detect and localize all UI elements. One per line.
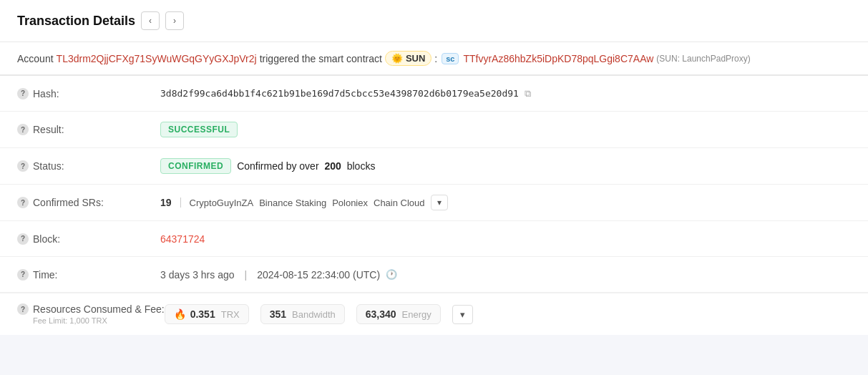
details-section: ? Hash: 3d8d2f99ca6d4bb1f4c621b91be169d7…: [0, 75, 868, 335]
hash-value-col: 3d8d2f99ca6d4bb1f4c621b91be169d7d5cbcc53…: [160, 88, 851, 99]
chevron-down-icon: ▾: [437, 198, 442, 208]
contract-name: (SUN: LaunchPadProxy): [656, 54, 750, 64]
page-title: Transaction Details: [17, 14, 135, 29]
hash-value: 3d8d2f99ca6d4bb1f4c621b91be169d7d5cbcc53…: [160, 88, 519, 99]
status-description: Confirmed by over 200 blocks: [237, 160, 375, 172]
bandwidth-item: 351 Bandwidth: [260, 304, 345, 324]
header-bar: Transaction Details ‹ ›: [0, 0, 868, 42]
hash-row: ? Hash: 3d8d2f99ca6d4bb1f4c621b91be169d7…: [0, 76, 868, 112]
sun-emoji: 🌞: [391, 53, 403, 64]
status-row: ? Status: CONFIRMED Confirmed by over 20…: [0, 148, 868, 185]
srs-label: Confirmed SRs:: [33, 197, 104, 208]
time-ago: 3 days 3 hrs ago: [160, 269, 235, 281]
block-label: Block:: [33, 233, 60, 245]
result-row: ? Result: SUCCESSFUL: [0, 112, 868, 148]
time-utc: 2024-08-15 22:34:00 (UTC): [257, 269, 380, 281]
block-help-icon[interactable]: ?: [17, 233, 29, 245]
block-number[interactable]: 64371724: [160, 233, 205, 245]
resources-chevron-icon: ▾: [460, 309, 465, 320]
srs-divider: [180, 198, 181, 208]
srs-value-col: 19 CryptoGuyInZA Binance Staking Polonie…: [160, 195, 851, 210]
calendar-icon[interactable]: 🕐: [386, 269, 397, 280]
srs-dropdown-button[interactable]: ▾: [431, 195, 448, 210]
colon-separator: :: [434, 53, 437, 64]
resources-label: Resources Consumed & Fee:: [33, 303, 165, 315]
status-label: Status:: [33, 160, 64, 172]
hash-label: Hash:: [33, 88, 59, 99]
srs-count: 19: [160, 197, 172, 208]
confirmed-srs-row: ? Confirmed SRs: 19 CryptoGuyInZA Binanc…: [0, 185, 868, 221]
sc-badge: sc: [442, 53, 459, 64]
status-blocks-count: 200: [324, 160, 341, 172]
block-value-col: 64371724: [160, 233, 851, 245]
sr-item-4: Chain Cloud: [374, 198, 425, 208]
block-row: ? Block: 64371724: [0, 221, 868, 257]
time-label-col: ? Time:: [17, 269, 160, 281]
result-label: Result:: [33, 124, 64, 135]
time-help-icon[interactable]: ?: [17, 269, 29, 281]
resources-row: ? Resources Consumed & Fee: Fee Limit: 1…: [0, 293, 868, 335]
result-label-col: ? Result:: [17, 124, 160, 135]
result-value-col: SUCCESSFUL: [160, 122, 851, 137]
fire-icon: 🔥: [174, 308, 186, 320]
time-value-col: 3 days 3 hrs ago | 2024-08-15 22:34:00 (…: [160, 269, 851, 281]
resources-help-icon[interactable]: ?: [17, 303, 29, 315]
result-help-icon[interactable]: ?: [17, 124, 29, 135]
status-label-col: ? Status:: [17, 160, 160, 172]
account-bar: Account TL3drm2QjjCFXg71SyWuWGqGYyGXJpVr…: [0, 42, 868, 75]
contract-address[interactable]: TTfvyrAz86hbZk5iDpKD78pqLGgi8C7AAw: [463, 53, 653, 64]
sun-badge: 🌞 SUN: [385, 51, 431, 66]
time-row: ? Time: 3 days 3 hrs ago | 2024-08-15 22…: [0, 257, 868, 293]
resources-dropdown-button[interactable]: ▾: [452, 305, 473, 324]
resources-label-col: ? Resources Consumed & Fee: Fee Limit: 1…: [17, 303, 165, 325]
sun-label: SUN: [406, 53, 425, 64]
trx-unit: TRX: [221, 309, 240, 320]
sr-item-3: Poloniex: [332, 198, 368, 208]
next-button[interactable]: ›: [165, 11, 184, 30]
status-badge: CONFIRMED: [160, 158, 231, 174]
srs-label-col: ? Confirmed SRs:: [17, 197, 160, 208]
bandwidth-amount: 351: [270, 308, 286, 320]
trigger-text: triggered the smart contract: [260, 53, 382, 64]
result-badge: SUCCESSFUL: [160, 122, 238, 137]
energy-item: 63,340 Energy: [356, 304, 441, 324]
energy-label: Energy: [402, 309, 431, 320]
time-label: Time:: [33, 269, 57, 281]
time-separator: |: [245, 269, 248, 281]
sr-item-2: Binance Staking: [259, 198, 326, 208]
status-value-col: CONFIRMED Confirmed by over 200 blocks: [160, 158, 851, 174]
copy-icon[interactable]: ⧉: [525, 88, 531, 99]
sr-item-1: CryptoGuyInZA: [190, 198, 254, 208]
hash-label-col: ? Hash:: [17, 88, 160, 99]
trx-fee-item: 🔥 0.351 TRX: [165, 304, 249, 324]
hash-help-icon[interactable]: ?: [17, 88, 29, 99]
bandwidth-label: Bandwidth: [292, 309, 336, 320]
trx-amount: 0.351: [190, 308, 215, 320]
account-prefix: Account: [17, 53, 54, 64]
page: Transaction Details ‹ › Account TL3drm2Q…: [0, 0, 868, 375]
energy-amount: 63,340: [366, 308, 396, 320]
fee-limit-label: Fee Limit: 1,000 TRX: [17, 316, 107, 325]
account-address[interactable]: TL3drm2QjjCFXg71SyWuWGqGYyGXJpVr2j: [57, 53, 257, 64]
prev-button[interactable]: ‹: [141, 11, 160, 30]
status-help-icon[interactable]: ?: [17, 160, 29, 172]
resources-value-col: 🔥 0.351 TRX 351 Bandwidth 63,340 Energy …: [165, 304, 851, 324]
srs-help-icon[interactable]: ?: [17, 197, 29, 208]
block-label-col: ? Block:: [17, 233, 160, 245]
